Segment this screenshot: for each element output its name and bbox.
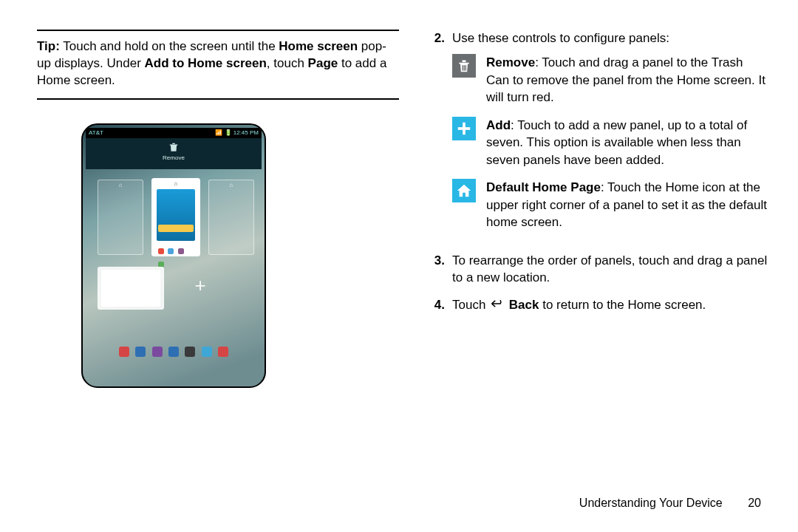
remove-bar: Remove [86,138,262,169]
control-default-home: Default Home Page: Touch the Home icon a… [452,179,768,231]
control-remove: Remove: Touch and drag a panel to the Tr… [452,54,768,106]
section-title: Understanding Your Device [579,497,723,509]
tablet-mock: AT&T 📶 🔋 12:45 PM Remove ⌂ ⌂ [81,123,266,388]
control-add: Add: Touch to add a new panel, up to a t… [452,117,768,168]
panel-tile-main: ⌂ [151,178,200,256]
panel-tile-card [98,267,164,310]
right-column: 2. Use these controls to configure panel… [429,30,768,325]
tip-block: Tip: Touch and hold on the screen until … [37,38,399,89]
home-outline-icon: ⌂ [98,182,143,188]
home-icon [452,179,476,202]
left-column: Tip: Touch and hold on the screen until … [37,30,399,388]
home-filled-icon: ⌂ [152,180,200,187]
plus-icon [452,117,476,140]
svg-rect-1 [464,66,465,72]
panel-tile-blank-2: ⌂ [208,180,254,255]
svg-rect-0 [463,66,463,72]
status-bar: AT&T 📶 🔋 12:45 PM [86,128,262,138]
tip-label: Tip: [37,39,60,53]
step-3-text: To rearrange the order of panels, touch … [452,252,768,287]
home-outline-icon: ⌂ [209,182,253,188]
step-number: 4. [429,296,445,314]
step-number: 3. [429,252,445,287]
svg-rect-2 [466,66,466,72]
page-footer: Understanding Your Device 20 [579,497,761,510]
trash-icon [168,141,179,153]
remove-label: Remove [86,154,262,161]
svg-rect-4 [458,127,471,130]
trash-icon [452,54,476,78]
tip-rule-bottom [37,98,399,100]
back-icon [489,297,505,314]
step-number: 2. [429,30,445,242]
add-panel-plus-icon: + [185,276,215,295]
dock-row [86,347,262,360]
panel-tile-blank-1: ⌂ [98,180,143,255]
step-4-text: Touch Back to return to the Home screen. [452,296,768,314]
step-2: 2. Use these controls to configure panel… [429,30,768,242]
page-number: 20 [748,497,761,509]
step-2-intro: Use these controls to configure panels: [452,30,768,47]
step-3: 3. To rearrange the order of panels, tou… [429,252,768,287]
step-4: 4. Touch Back to return to the Home scre… [429,296,768,314]
carrier-label: AT&T [89,128,103,138]
tip-text: Touch and hold on the screen until the H… [37,39,386,87]
tip-rule-top [37,30,399,31]
status-time: 📶 🔋 12:45 PM [215,128,259,138]
